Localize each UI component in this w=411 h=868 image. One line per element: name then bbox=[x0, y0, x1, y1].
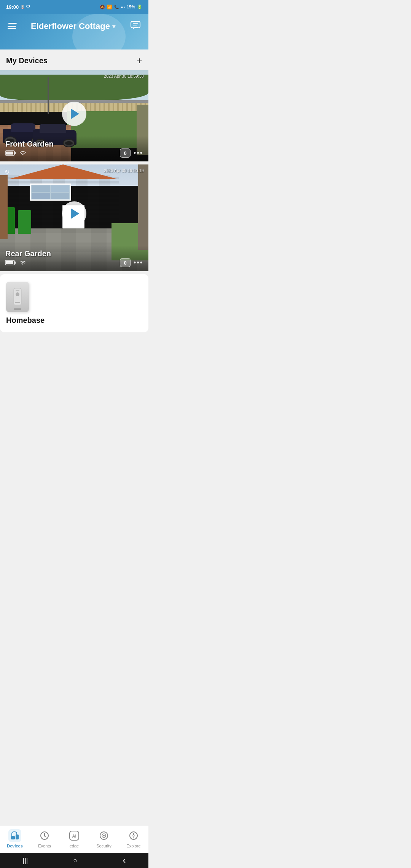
front-garden-camera-card: 2023 Apr 30 18:59:38 Front Garden 0 bbox=[0, 70, 148, 161]
front-garden-play-button[interactable] bbox=[62, 102, 86, 126]
front-garden-overlay: Front Garden 0 ••• bbox=[0, 136, 148, 161]
wifi-icon: 📶 bbox=[107, 5, 112, 10]
battery-icon: 🔋 bbox=[137, 5, 142, 10]
play-button-front[interactable] bbox=[62, 102, 86, 126]
status-bar: 19:00 🪫 🛡 🔕 📶 📞 ▪▪▪ 15% 🔋 bbox=[0, 0, 148, 14]
svg-rect-5 bbox=[6, 152, 13, 155]
rear-garden-camera-card: ↻ 2023 Apr 30 19:00:19 Rear Garden bbox=[0, 164, 148, 271]
location-name: Elderflower Cottage bbox=[31, 21, 110, 31]
chat-button[interactable] bbox=[129, 18, 142, 34]
front-garden-status-icons bbox=[5, 150, 54, 158]
wifi-status-icon bbox=[19, 150, 27, 158]
header-title[interactable]: Elderflower Cottage ▾ bbox=[31, 21, 115, 31]
add-device-button[interactable]: + bbox=[137, 56, 142, 65]
front-garden-info: Front Garden bbox=[5, 140, 54, 158]
status-icons-area: 🔕 📶 📞 ▪▪▪ 15% 🔋 bbox=[100, 5, 142, 10]
rear-garden-timestamp: 2023 Apr 30 19:00:19 bbox=[104, 168, 144, 173]
homebase-card[interactable]: Homebase bbox=[0, 274, 148, 332]
menu-notification-dot bbox=[8, 23, 17, 24]
svg-rect-12 bbox=[15, 302, 20, 303]
menu-line-3 bbox=[8, 28, 16, 29]
menu-button[interactable] bbox=[6, 22, 18, 30]
battery-low-icon: 🪫 bbox=[20, 5, 25, 9]
front-garden-timestamp: 2023 Apr 30 18:59:38 bbox=[104, 74, 144, 78]
rear-garden-overlay: Rear Garden 0 ••• bbox=[0, 246, 148, 271]
battery-status-icon-rear bbox=[5, 260, 16, 267]
svg-rect-7 bbox=[14, 262, 16, 264]
svg-rect-0 bbox=[131, 21, 140, 28]
play-triangle-icon-rear bbox=[71, 208, 79, 219]
rear-garden-info: Rear Garden bbox=[5, 249, 51, 267]
chat-icon bbox=[130, 20, 141, 30]
svg-point-11 bbox=[16, 292, 19, 296]
battery-status-icon bbox=[5, 150, 16, 158]
section-title: My Devices bbox=[6, 56, 48, 65]
play-button-rear[interactable] bbox=[62, 201, 86, 226]
svg-rect-10 bbox=[16, 290, 19, 291]
rear-garden-play-button[interactable] bbox=[62, 201, 86, 226]
front-garden-actions: 0 ••• bbox=[120, 148, 143, 158]
rear-garden-actions: 0 ••• bbox=[120, 258, 143, 267]
svg-rect-8 bbox=[6, 261, 13, 264]
homebase-image bbox=[12, 287, 23, 306]
front-garden-notification-count: 0 bbox=[120, 148, 131, 158]
homebase-device-icon bbox=[6, 282, 29, 312]
menu-line-1 bbox=[8, 24, 16, 24]
call-icon: 📞 bbox=[114, 5, 119, 9]
homebase-name: Homebase bbox=[6, 316, 45, 325]
wifi-status-icon-rear bbox=[19, 260, 27, 267]
time-display: 19:00 bbox=[6, 4, 19, 10]
menu-line-2 bbox=[8, 26, 16, 27]
battery-percent: 15% bbox=[127, 5, 135, 9]
shield-icon: 🛡 bbox=[26, 5, 30, 9]
rear-garden-name: Rear Garden bbox=[5, 249, 51, 258]
mute-icon: 🔕 bbox=[100, 5, 105, 10]
status-time-area: 19:00 🪫 🛡 bbox=[6, 4, 30, 10]
play-triangle-icon bbox=[71, 108, 79, 119]
my-devices-header: My Devices + bbox=[0, 49, 148, 70]
svg-rect-4 bbox=[14, 152, 16, 154]
app-header: Elderflower Cottage ▾ bbox=[0, 14, 148, 49]
signal-icon: ▪▪▪ bbox=[121, 5, 125, 9]
rear-garden-status-icons bbox=[5, 260, 51, 267]
front-garden-more-button[interactable]: ••• bbox=[134, 149, 143, 157]
refresh-icon: ↻ bbox=[5, 168, 10, 176]
front-garden-name: Front Garden bbox=[5, 140, 54, 148]
rear-garden-more-button[interactable]: ••• bbox=[134, 259, 143, 267]
main-content: My Devices + bbox=[0, 49, 148, 366]
rear-garden-notification-count: 0 bbox=[120, 258, 131, 267]
chevron-down-icon: ▾ bbox=[112, 23, 115, 30]
